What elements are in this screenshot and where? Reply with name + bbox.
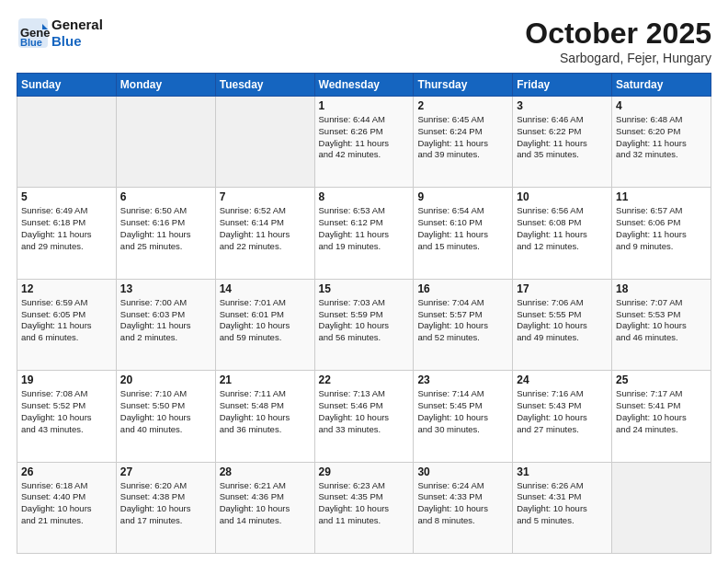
day-number: 30	[417, 465, 508, 478]
svg-text:Blue: Blue	[20, 37, 42, 48]
day-number: 15	[319, 282, 410, 295]
day-number: 25	[616, 373, 707, 386]
calendar-cell: 17Sunrise: 7:06 AM Sunset: 5:55 PM Dayli…	[513, 279, 612, 370]
day-number: 5	[21, 190, 112, 203]
weekday-header-row: SundayMondayTuesdayWednesdayThursdayFrid…	[17, 74, 711, 97]
calendar-cell: 27Sunrise: 6:20 AM Sunset: 4:38 PM Dayli…	[116, 462, 215, 553]
day-info: Sunrise: 7:17 AM Sunset: 5:41 PM Dayligh…	[616, 388, 707, 435]
day-info: Sunrise: 7:11 AM Sunset: 5:48 PM Dayligh…	[220, 388, 311, 435]
day-info: Sunrise: 6:56 AM Sunset: 6:08 PM Dayligh…	[517, 205, 608, 252]
page: General Blue General Blue October 2025 S…	[0, 0, 728, 563]
day-number: 27	[120, 465, 211, 478]
day-number: 10	[517, 190, 608, 203]
calendar-cell: 5Sunrise: 6:49 AM Sunset: 6:18 PM Daylig…	[17, 188, 117, 279]
calendar-cell	[612, 462, 711, 553]
day-info: Sunrise: 6:45 AM Sunset: 6:24 PM Dayligh…	[417, 114, 508, 161]
week-row-1: 5Sunrise: 6:49 AM Sunset: 6:18 PM Daylig…	[17, 188, 711, 279]
calendar-cell: 11Sunrise: 6:57 AM Sunset: 6:06 PM Dayli…	[612, 188, 711, 279]
day-number: 2	[417, 99, 508, 112]
calendar-cell: 22Sunrise: 7:13 AM Sunset: 5:46 PM Dayli…	[314, 371, 414, 462]
day-number: 19	[21, 373, 112, 386]
logo-icon: General Blue	[17, 17, 50, 50]
calendar-cell: 21Sunrise: 7:11 AM Sunset: 5:48 PM Dayli…	[215, 371, 314, 462]
day-number: 8	[319, 190, 410, 203]
calendar-cell: 9Sunrise: 6:54 AM Sunset: 6:10 PM Daylig…	[414, 188, 513, 279]
weekday-header-tuesday: Tuesday	[215, 74, 314, 97]
day-number: 20	[120, 373, 211, 386]
weekday-header-friday: Friday	[513, 74, 612, 97]
day-info: Sunrise: 6:50 AM Sunset: 6:16 PM Dayligh…	[120, 205, 211, 252]
day-number: 18	[616, 282, 707, 295]
day-info: Sunrise: 7:10 AM Sunset: 5:50 PM Dayligh…	[120, 388, 211, 435]
day-number: 17	[517, 282, 608, 295]
day-info: Sunrise: 7:06 AM Sunset: 5:55 PM Dayligh…	[517, 297, 608, 344]
day-number: 6	[120, 190, 211, 203]
day-number: 4	[616, 99, 707, 112]
day-number: 14	[220, 282, 311, 295]
calendar-cell: 23Sunrise: 7:14 AM Sunset: 5:45 PM Dayli…	[414, 371, 513, 462]
day-info: Sunrise: 7:08 AM Sunset: 5:52 PM Dayligh…	[21, 388, 112, 435]
calendar-cell: 4Sunrise: 6:48 AM Sunset: 6:20 PM Daylig…	[612, 97, 711, 188]
day-number: 23	[417, 373, 508, 386]
calendar-cell: 18Sunrise: 7:07 AM Sunset: 5:53 PM Dayli…	[612, 279, 711, 370]
calendar-cell	[17, 97, 117, 188]
calendar-cell: 13Sunrise: 7:00 AM Sunset: 6:03 PM Dayli…	[116, 279, 215, 370]
location: Sarbogard, Fejer, Hungary	[525, 51, 711, 65]
day-info: Sunrise: 7:04 AM Sunset: 5:57 PM Dayligh…	[417, 297, 508, 344]
day-number: 11	[616, 190, 707, 203]
calendar-cell	[215, 97, 314, 188]
day-info: Sunrise: 6:54 AM Sunset: 6:10 PM Dayligh…	[417, 205, 508, 252]
day-number: 28	[220, 465, 311, 478]
day-info: Sunrise: 6:49 AM Sunset: 6:18 PM Dayligh…	[21, 205, 112, 252]
logo-line2: Blue	[51, 33, 103, 50]
logo: General Blue General Blue	[17, 17, 103, 50]
calendar-cell: 16Sunrise: 7:04 AM Sunset: 5:57 PM Dayli…	[414, 279, 513, 370]
day-info: Sunrise: 6:26 AM Sunset: 4:31 PM Dayligh…	[517, 480, 608, 527]
calendar: SundayMondayTuesdayWednesdayThursdayFrid…	[17, 73, 711, 554]
day-number: 13	[120, 282, 211, 295]
day-info: Sunrise: 6:24 AM Sunset: 4:33 PM Dayligh…	[417, 480, 508, 527]
day-number: 7	[220, 190, 311, 203]
day-number: 9	[417, 190, 508, 203]
calendar-cell: 14Sunrise: 7:01 AM Sunset: 6:01 PM Dayli…	[215, 279, 314, 370]
calendar-cell: 30Sunrise: 6:24 AM Sunset: 4:33 PM Dayli…	[414, 462, 513, 553]
day-info: Sunrise: 7:00 AM Sunset: 6:03 PM Dayligh…	[120, 297, 211, 344]
day-number: 21	[220, 373, 311, 386]
calendar-cell: 15Sunrise: 7:03 AM Sunset: 5:59 PM Dayli…	[314, 279, 414, 370]
month-title: October 2025	[525, 17, 711, 51]
header: General Blue General Blue October 2025 S…	[17, 17, 711, 65]
day-info: Sunrise: 6:59 AM Sunset: 6:05 PM Dayligh…	[21, 297, 112, 344]
week-row-4: 26Sunrise: 6:18 AM Sunset: 4:40 PM Dayli…	[17, 462, 711, 553]
day-info: Sunrise: 6:23 AM Sunset: 4:35 PM Dayligh…	[319, 480, 410, 527]
day-number: 29	[319, 465, 410, 478]
week-row-2: 12Sunrise: 6:59 AM Sunset: 6:05 PM Dayli…	[17, 279, 711, 370]
day-info: Sunrise: 7:03 AM Sunset: 5:59 PM Dayligh…	[319, 297, 410, 344]
week-row-3: 19Sunrise: 7:08 AM Sunset: 5:52 PM Dayli…	[17, 371, 711, 462]
day-number: 24	[517, 373, 608, 386]
weekday-header-sunday: Sunday	[17, 74, 117, 97]
calendar-cell	[116, 97, 215, 188]
calendar-cell: 2Sunrise: 6:45 AM Sunset: 6:24 PM Daylig…	[414, 97, 513, 188]
day-info: Sunrise: 6:20 AM Sunset: 4:38 PM Dayligh…	[120, 480, 211, 527]
calendar-cell: 7Sunrise: 6:52 AM Sunset: 6:14 PM Daylig…	[215, 188, 314, 279]
calendar-cell: 10Sunrise: 6:56 AM Sunset: 6:08 PM Dayli…	[513, 188, 612, 279]
calendar-cell: 8Sunrise: 6:53 AM Sunset: 6:12 PM Daylig…	[314, 188, 414, 279]
day-info: Sunrise: 6:53 AM Sunset: 6:12 PM Dayligh…	[319, 205, 410, 252]
day-info: Sunrise: 6:46 AM Sunset: 6:22 PM Dayligh…	[517, 114, 608, 161]
calendar-cell: 29Sunrise: 6:23 AM Sunset: 4:35 PM Dayli…	[314, 462, 414, 553]
title-block: October 2025 Sarbogard, Fejer, Hungary	[525, 17, 711, 65]
day-info: Sunrise: 7:14 AM Sunset: 5:45 PM Dayligh…	[417, 388, 508, 435]
calendar-cell: 31Sunrise: 6:26 AM Sunset: 4:31 PM Dayli…	[513, 462, 612, 553]
weekday-header-monday: Monday	[116, 74, 215, 97]
weekday-header-wednesday: Wednesday	[314, 74, 414, 97]
day-info: Sunrise: 7:01 AM Sunset: 6:01 PM Dayligh…	[220, 297, 311, 344]
day-number: 31	[517, 465, 608, 478]
day-info: Sunrise: 7:16 AM Sunset: 5:43 PM Dayligh…	[517, 388, 608, 435]
day-number: 22	[319, 373, 410, 386]
weekday-header-saturday: Saturday	[612, 74, 711, 97]
day-info: Sunrise: 6:44 AM Sunset: 6:26 PM Dayligh…	[319, 114, 410, 161]
day-info: Sunrise: 6:57 AM Sunset: 6:06 PM Dayligh…	[616, 205, 707, 252]
calendar-cell: 6Sunrise: 6:50 AM Sunset: 6:16 PM Daylig…	[116, 188, 215, 279]
day-info: Sunrise: 7:13 AM Sunset: 5:46 PM Dayligh…	[319, 388, 410, 435]
week-row-0: 1Sunrise: 6:44 AM Sunset: 6:26 PM Daylig…	[17, 97, 711, 188]
